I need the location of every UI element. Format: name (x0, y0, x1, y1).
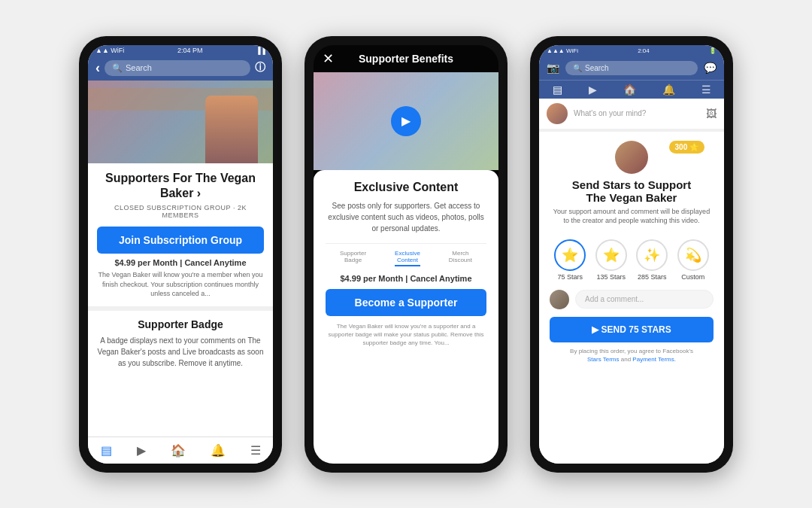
p3-search-bar[interactable]: 🔍 Search (565, 61, 698, 75)
whats-on-bar[interactable]: What's on your mind? 🖼 (539, 99, 724, 132)
star-label-135: 135 Stars (596, 273, 626, 281)
phone-2-screen: ✕ Supporter Benefits ▶ Exclusive Content… (314, 45, 498, 464)
stars-modal: 300 ⭐ Send Stars to SupportThe Vegan Bak… (539, 132, 724, 464)
tab-merch-discount[interactable]: MerchDiscount (449, 250, 472, 266)
p3-header: 📷 🔍 Search 💬 (539, 56, 724, 80)
group-title: Supporters For The Vegan Baker › (97, 171, 264, 202)
comment-input[interactable]: Add a comment... (575, 290, 714, 309)
time-display: 2:04 PM (177, 47, 203, 54)
p2-card: Exclusive Content See posts only for sup… (314, 170, 498, 464)
terms-text: By placing this order, you agree to Face… (550, 347, 714, 364)
search-icon: 🔍 (112, 63, 123, 73)
stars-badge: 300 ⭐ (669, 141, 704, 154)
phone-3: ▲▲▲ WiFi 2:04 🔋 📷 🔍 Search 💬 ▤ ▶ 🏠 🔔 ☰ W… (530, 36, 733, 473)
price-line: $4.99 per Month | Cancel Anytime (97, 258, 264, 267)
nav-bell-icon[interactable]: 🔔 (211, 443, 226, 458)
join-subscription-button[interactable]: Join Subscription Group (97, 227, 264, 254)
modal-header-wrapper: 300 ⭐ Send Stars to SupportThe Vegan Bak… (550, 141, 714, 233)
p3-nav-home[interactable]: ▤ (553, 84, 562, 96)
p3-nav-menu[interactable]: ☰ (701, 84, 711, 96)
messenger-icon[interactable]: 💬 (704, 62, 717, 74)
p3-nav-marketplace[interactable]: 🏠 (623, 84, 636, 96)
exclusive-content-title: Exclusive Content (326, 181, 486, 194)
star-option-285[interactable]: ✨ 285 Stars (636, 239, 668, 281)
tab-exclusive-content[interactable]: ExclusiveContent (395, 250, 420, 266)
info-icon[interactable]: ⓘ (255, 61, 265, 75)
p3-status-bar: ▲▲▲ WiFi 2:04 🔋 (539, 45, 724, 56)
stars-options: ⭐ 75 Stars ⭐ 135 Stars ✨ 285 Stars 💫 Cus… (550, 239, 714, 281)
star-circle-custom: 💫 (677, 239, 709, 271)
divider (88, 306, 273, 311)
send-stars-button[interactable]: ▶ SEND 75 STARS (550, 317, 714, 342)
group-subtitle: CLOSED SUBSCRIPTION GROUP · 2K MEMBERS (97, 204, 264, 219)
baker-avatar (615, 141, 648, 174)
signal-icons: ▲▲ WiFi (95, 47, 124, 54)
star-circle-75: ⭐ (554, 239, 586, 271)
exclusive-content-description: See posts only for supporters. Get acces… (326, 200, 486, 234)
star-label-custom: Custom (681, 273, 704, 281)
hero-image (88, 81, 273, 163)
photo-icon[interactable]: 🖼 (706, 108, 717, 120)
star-option-135[interactable]: ⭐ 135 Stars (595, 239, 627, 281)
star-circle-285: ✨ (636, 239, 668, 271)
star-circle-135: ⭐ (595, 239, 627, 271)
badge-description: A badge displays next to your comments o… (97, 335, 264, 369)
phone-2: ✕ Supporter Benefits ▶ Exclusive Content… (304, 36, 508, 473)
price-note: The Vegan Baker will know you're a membe… (97, 270, 264, 299)
nav-home-icon[interactable]: ▤ (101, 443, 112, 458)
p3-battery: 🔋 (709, 47, 717, 54)
back-icon[interactable]: ‹ (95, 60, 100, 76)
phone-1: ▲▲ WiFi 2:04 PM ▐▐ ‹ 🔍 Search ⓘ Supporte… (79, 36, 282, 473)
star-label-75: 75 Stars (557, 273, 583, 281)
star-option-custom[interactable]: 💫 Custom (677, 239, 709, 281)
nav-marketplace-icon[interactable]: 🏠 (171, 443, 186, 458)
become-supporter-button[interactable]: Become a Supporter (326, 289, 486, 316)
send-stars-title: Send Stars to SupportThe Vegan Baker (572, 178, 691, 204)
comment-row: Add a comment... (550, 290, 714, 309)
p2-top-bar: ✕ Supporter Benefits (314, 45, 498, 72)
tab-supporter-badge[interactable]: SupporterBadge (340, 250, 366, 266)
payment-terms-link[interactable]: Payment Terms. (632, 356, 676, 363)
close-icon[interactable]: ✕ (323, 50, 334, 67)
play-button[interactable]: ▶ (391, 106, 421, 136)
battery-icon: ▐▐ (256, 47, 265, 54)
benefits-tabs: SupporterBadge ExclusiveContent MerchDis… (326, 243, 486, 266)
p1-header: ‹ 🔍 Search ⓘ (88, 56, 273, 81)
nav-video-icon[interactable]: ▶ (137, 443, 146, 458)
supporter-benefits-title: Supporter Benefits (359, 53, 453, 65)
p3-time: 2:04 (638, 47, 650, 54)
p1-search-bar[interactable]: 🔍 Search (105, 60, 250, 76)
p2-price-line: $4.99 per Month | Cancel Anytime (326, 274, 486, 283)
whats-on-placeholder: What's on your mind? (574, 109, 700, 117)
p3-search-icon: 🔍 (573, 64, 582, 72)
status-bar-1: ▲▲ WiFi 2:04 PM ▐▐ (88, 45, 273, 56)
send-stars-subtitle: Your support amount and comment will be … (550, 207, 714, 226)
p3-nav-video[interactable]: ▶ (589, 84, 597, 96)
p3-signal-icons: ▲▲▲ WiFi (547, 47, 578, 54)
commenter-avatar (550, 290, 569, 309)
nav-menu-icon[interactable]: ☰ (250, 443, 261, 458)
p1-content: Supporters For The Vegan Baker › CLOSED … (88, 163, 273, 437)
user-avatar-small (547, 103, 568, 124)
stars-terms-link[interactable]: Stars Terms (587, 356, 620, 363)
p3-nav-tabs: ▤ ▶ 🏠 🔔 ☰ (539, 80, 724, 99)
star-label-285: 285 Stars (638, 273, 667, 281)
p2-disclaimer: The Vegan Baker will know you're a suppo… (326, 322, 486, 348)
badge-title: Supporter Badge (97, 318, 264, 330)
p3-nav-bell[interactable]: 🔔 (662, 84, 675, 96)
camera-icon[interactable]: 📷 (547, 62, 559, 74)
p1-bottom-nav: ▤ ▶ 🏠 🔔 ☰ (88, 437, 273, 464)
phone-3-screen: ▲▲▲ WiFi 2:04 🔋 📷 🔍 Search 💬 ▤ ▶ 🏠 🔔 ☰ W… (539, 45, 724, 464)
phone-1-screen: ▲▲ WiFi 2:04 PM ▐▐ ‹ 🔍 Search ⓘ Supporte… (88, 45, 273, 464)
star-option-75[interactable]: ⭐ 75 Stars (554, 239, 586, 281)
p2-hero-image: ▶ (314, 72, 498, 170)
